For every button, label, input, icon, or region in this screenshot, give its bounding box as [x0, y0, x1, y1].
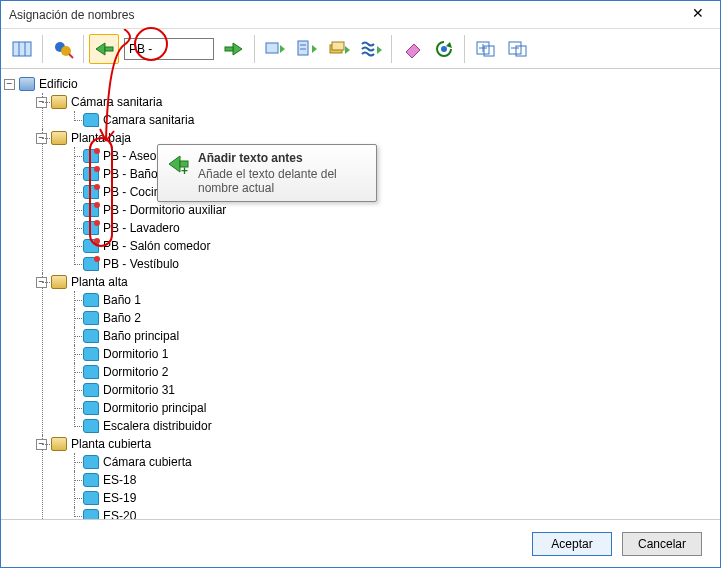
room-icon — [83, 347, 99, 361]
room-icon — [83, 455, 99, 469]
tree-room-label: PB - Vestíbulo — [103, 257, 179, 271]
tree-room-label: Cámara cubierta — [103, 455, 192, 469]
tree-floor-row[interactable]: Planta cubierta — [51, 435, 716, 453]
tree-root-row[interactable]: Edificio — [19, 75, 716, 93]
tree-floor-row[interactable]: Planta baja — [51, 129, 716, 147]
tree-room-row[interactable]: Camara sanitaria — [83, 111, 716, 129]
tree-room-label: PB - Lavadero — [103, 221, 180, 235]
expand-all-button[interactable] — [470, 34, 500, 64]
refresh-button[interactable] — [429, 34, 459, 64]
tree-room-row[interactable]: ES-19 — [83, 489, 716, 507]
prefix-input[interactable] — [124, 38, 214, 60]
svg-rect-6 — [225, 47, 233, 51]
room-icon — [83, 185, 99, 199]
room-icon — [83, 473, 99, 487]
titlebar: Asignación de nombres ✕ — [1, 1, 720, 29]
erase-button[interactable] — [397, 34, 427, 64]
tree-room-row[interactable]: Baño 1 — [83, 291, 716, 309]
tree-room-label: PB - Salón comedor — [103, 239, 210, 253]
room-icon — [83, 383, 99, 397]
tooltip-body: Añade el texto delante del nombre actual — [198, 167, 368, 195]
svg-rect-7 — [266, 43, 278, 53]
tree-toggle[interactable]: − — [36, 133, 47, 144]
tree-floor-label: Planta baja — [71, 131, 131, 145]
tooltip: + Añadir texto antes Añade el texto dela… — [157, 144, 377, 202]
add-text-before-button[interactable] — [89, 34, 119, 64]
svg-rect-8 — [298, 41, 308, 55]
arrow-left-icon: + — [166, 153, 190, 177]
tree-toggle[interactable]: − — [36, 439, 47, 450]
cancel-button[interactable]: Cancelar — [622, 532, 702, 556]
svg-text:+: + — [181, 164, 188, 175]
copy-elements-button[interactable] — [324, 34, 354, 64]
svg-rect-0 — [13, 42, 31, 56]
tree-room-label: Baño 2 — [103, 311, 141, 325]
tree-room-row[interactable]: Baño 2 — [83, 309, 716, 327]
tree-room-label: PB - Dormitorio auxiliar — [103, 203, 226, 217]
copy-level-button[interactable] — [292, 34, 322, 64]
tree-room-row[interactable]: PB - Dormitorio auxiliar — [83, 201, 716, 219]
tree-toggle[interactable]: − — [36, 97, 47, 108]
dialog: Asignación de nombres ✕ — [0, 0, 721, 568]
tree-room-row[interactable]: PB - Vestíbulo — [83, 255, 716, 273]
tree-room-row[interactable]: Dormitorio principal — [83, 399, 716, 417]
room-icon — [83, 221, 99, 235]
floor-icon — [51, 275, 67, 289]
button-bar: Aceptar Cancelar — [1, 519, 720, 567]
tree-room-row[interactable]: ES-20 — [83, 507, 716, 519]
tree-room-label: Escalera distribuidor — [103, 419, 212, 433]
tree-room-row[interactable]: Baño principal — [83, 327, 716, 345]
room-icon — [83, 419, 99, 433]
room-icon — [83, 401, 99, 415]
floor-icon — [51, 95, 67, 109]
tree-panel[interactable]: − Edificio− Cámara sanitaria Camara sani… — [1, 69, 720, 519]
tree-room-label: ES-18 — [103, 473, 136, 487]
room-icon — [83, 491, 99, 505]
floor-icon — [51, 131, 67, 145]
room-icon — [83, 311, 99, 325]
tree-room-row[interactable]: Dormitorio 1 — [83, 345, 716, 363]
room-icon — [83, 509, 99, 519]
room-icon — [83, 239, 99, 253]
close-button[interactable]: ✕ — [684, 5, 712, 25]
tree-toggle[interactable]: − — [36, 277, 47, 288]
tree-floor-row[interactable]: Planta alta — [51, 273, 716, 291]
add-text-after-button[interactable] — [219, 34, 249, 64]
copy-floor-button[interactable] — [260, 34, 290, 64]
tree-room-row[interactable]: Escalera distribuidor — [83, 417, 716, 435]
room-icon — [83, 365, 99, 379]
toolbar — [1, 29, 720, 69]
tree-room-row[interactable]: PB - Salón comedor — [83, 237, 716, 255]
view-columns-button[interactable] — [7, 34, 37, 64]
tree-root-label: Edificio — [39, 77, 78, 91]
tree-room-row[interactable]: Dormitorio 31 — [83, 381, 716, 399]
svg-rect-12 — [332, 42, 344, 50]
svg-point-13 — [441, 46, 447, 52]
tree-room-row[interactable]: Cámara cubierta — [83, 453, 716, 471]
tree-room-row[interactable]: ES-18 — [83, 471, 716, 489]
tree-room-label: PB - Aseo — [103, 149, 156, 163]
tree-floor-label: Planta alta — [71, 275, 128, 289]
tree-room-label: Dormitorio 1 — [103, 347, 168, 361]
ok-button[interactable]: Aceptar — [532, 532, 612, 556]
room-icon — [83, 257, 99, 271]
tree-floor-label: Planta cubierta — [71, 437, 151, 451]
tree-room-row[interactable]: PB - Lavadero — [83, 219, 716, 237]
tree-toggle[interactable]: − — [4, 79, 15, 90]
copy-waves-button[interactable] — [356, 34, 386, 64]
tree-room-label: Camara sanitaria — [103, 113, 194, 127]
tree-room-row[interactable]: Dormitorio 2 — [83, 363, 716, 381]
room-icon — [83, 167, 99, 181]
room-icon — [83, 293, 99, 307]
floor-icon — [51, 437, 67, 451]
tree-floor-row[interactable]: Cámara sanitaria — [51, 93, 716, 111]
room-icon — [83, 149, 99, 163]
tree-room-label: Dormitorio principal — [103, 401, 206, 415]
filter-button[interactable] — [48, 34, 78, 64]
tree-room-label: Dormitorio 2 — [103, 365, 168, 379]
tree-room-label: Dormitorio 31 — [103, 383, 175, 397]
tree-room-label: Baño 1 — [103, 293, 141, 307]
collapse-all-button[interactable] — [502, 34, 532, 64]
tooltip-title: Añadir texto antes — [198, 151, 368, 165]
tree-room-label: ES-20 — [103, 509, 136, 519]
